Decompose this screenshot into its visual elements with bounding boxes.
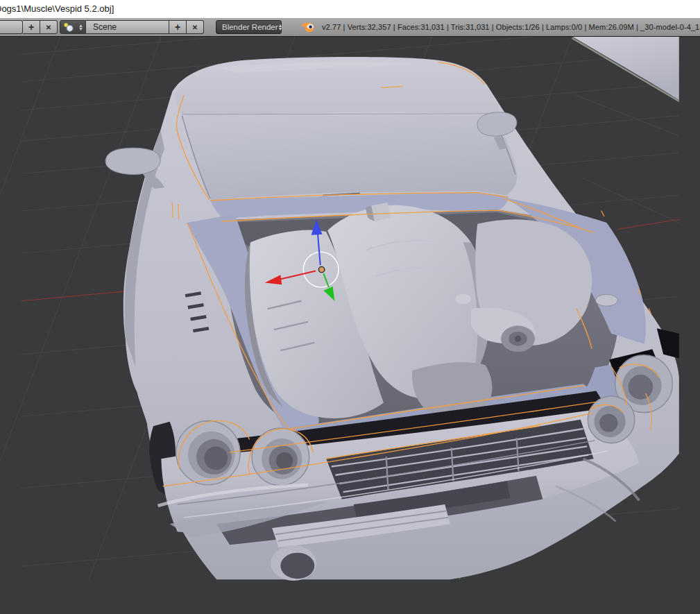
screen-layout-field[interactable] — [0, 20, 23, 34]
window-title: Dogs1\Muscle\Vespid 5.2.obj] — [0, 3, 114, 14]
scene-name-field[interactable]: Scene — [86, 20, 169, 34]
dropdown-arrows-icon: ▲▼ — [278, 24, 283, 31]
fog-opening-inner — [280, 553, 314, 579]
scene-datablock-icon — [62, 22, 74, 33]
viewport-3d[interactable] — [0, 37, 700, 614]
delete-screen-button[interactable]: ✕ — [40, 20, 58, 34]
window-titlebar: Dogs1\Muscle\Vespid 5.2.obj] — [0, 0, 700, 18]
blender-logo-icon — [300, 21, 316, 33]
delete-scene-button[interactable]: ✕ — [187, 20, 204, 34]
browse-scene-button[interactable]: ▲▼ — [60, 20, 86, 34]
scene-statistics: v2.77 | Verts:32,357 | Faces:31,031 | Tr… — [322, 23, 700, 31]
screen-layout-group: + ✕ — [0, 20, 58, 34]
add-scene-button[interactable]: + — [169, 20, 187, 34]
gizmo-center[interactable] — [318, 266, 324, 272]
add-screen-button[interactable]: + — [23, 20, 40, 34]
render-engine-dropdown[interactable]: Blender Render ▲▼ — [216, 20, 282, 34]
windshield — [182, 115, 517, 201]
info-editor-header: + ✕ ▲▼ Scene + ✕ Blender Render ▲▼ — [0, 18, 700, 37]
browse-arrows-icon: ▲▼ — [78, 24, 83, 31]
scene-datablock-group: ▲▼ Scene + ✕ — [60, 20, 204, 34]
